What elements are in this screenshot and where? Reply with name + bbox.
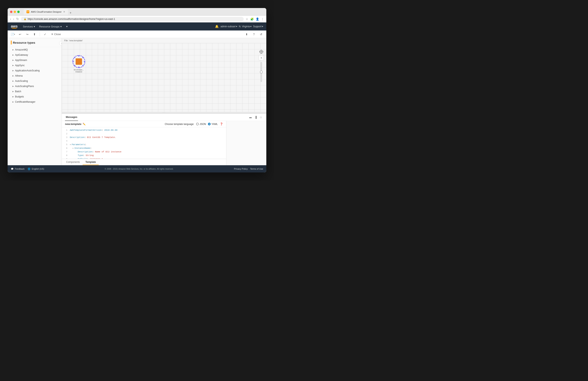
sidebar-item-autoscalingplans[interactable]: ▶ AutoScalingPlans xyxy=(8,84,62,89)
sidebar-item-autoscaling[interactable]: ▶ AutoScaling xyxy=(8,78,62,84)
toolbar-validate-button[interactable]: ✓ xyxy=(42,31,48,37)
sidebar-label-batch: Batch xyxy=(15,90,21,93)
toolbar-undo-button[interactable]: ↩ xyxy=(17,31,23,37)
address-box[interactable]: 🔒 https://console.aws.amazon.com/cloudfo… xyxy=(21,17,244,21)
line-num-9: 9 xyxy=(62,157,70,159)
zoom-slider-track[interactable] xyxy=(260,62,262,82)
nav-support[interactable]: Support ▾ xyxy=(253,25,263,28)
footer-right: Privacy Policy Terms of Use xyxy=(234,168,263,170)
layout-bottom-button[interactable]: ▬ xyxy=(248,115,253,120)
layout-full-button[interactable]: □ xyxy=(259,115,263,120)
code-editor[interactable]: 1 AWSTemplateFormatVersion: 2010-09-09 2… xyxy=(62,127,226,159)
sidebar-arrow-batch: ▶ xyxy=(12,90,14,92)
sidebar-label-athena: Athena xyxy=(15,74,23,77)
line-content-9: Default: instance-1 xyxy=(70,157,226,159)
tab-template[interactable]: Template xyxy=(83,159,99,165)
line-content-1: AWSTemplateFormatVersion: 2010-09-09 xyxy=(70,128,226,132)
line-num-8: 8 xyxy=(62,154,70,157)
messages-panel xyxy=(226,121,266,165)
line-num-2: 2 xyxy=(62,132,70,136)
editor-main: new.template ✏️ Choose template language… xyxy=(62,121,226,165)
crosshair-icon[interactable] xyxy=(259,49,264,54)
sidebar-item-batch[interactable]: ▶ Batch xyxy=(8,89,62,94)
sidebar-label-certificatemanager: CertificateManager xyxy=(15,101,35,103)
canvas[interactable]: EC2Instan... Instance + xyxy=(62,43,266,112)
sidebar-item-athena[interactable]: ▶ Athena xyxy=(8,73,62,78)
layout-right-button[interactable]: ▐ xyxy=(253,115,258,120)
zoom-in-button[interactable]: + xyxy=(259,55,264,60)
lang-help-icon[interactable]: ❓ xyxy=(220,123,223,126)
toolbar-file-button[interactable]: 📄 ▾ xyxy=(10,31,16,37)
terms-of-use-link[interactable]: Terms of Use xyxy=(250,168,263,170)
panel-layout-buttons: ▬ ▐ □ xyxy=(248,115,263,120)
nav-resource-groups[interactable]: Resource Groups ▾ xyxy=(37,22,64,30)
privacy-policy-link[interactable]: Privacy Policy xyxy=(234,168,248,170)
extensions-button[interactable]: 🧩 xyxy=(250,18,254,21)
language-selector: Choose template language: JSON YAML xyxy=(165,123,223,126)
toolbar-download-button[interactable]: ⬇ xyxy=(244,31,250,37)
new-tab-button[interactable]: + xyxy=(70,11,71,15)
toolbar-help-button[interactable]: ? xyxy=(251,31,257,37)
nav-favorites[interactable]: ✦ xyxy=(64,22,70,30)
redo-icon: ↪ xyxy=(26,33,28,36)
forward-button[interactable]: › xyxy=(13,17,14,21)
tab-favicon: CF xyxy=(26,10,29,13)
minimize-traffic-light[interactable] xyxy=(14,11,16,13)
maximize-traffic-light[interactable] xyxy=(17,11,20,13)
tab-components[interactable]: Components xyxy=(63,159,83,165)
footer-language-button[interactable]: 🌐 English (US) xyxy=(28,168,44,170)
refresh-icon: ↺ xyxy=(260,33,262,36)
browser-addressbar: ‹ › ↻ 🔒 https://console.aws.amazon.com/c… xyxy=(8,16,266,22)
canvas-resource-ec2[interactable]: EC2Instan... Instance xyxy=(72,55,86,73)
browser-tabs: CF AWS CloudFormation Designer ✕ + xyxy=(24,9,264,15)
refresh-button[interactable]: ↻ xyxy=(16,17,19,21)
nav-user[interactable]: admin-subsari ▾ xyxy=(220,25,237,28)
code-line-2: 2 xyxy=(62,132,226,136)
sidebar-item-amazonmq[interactable]: ▶ AmazonMQ xyxy=(8,47,62,52)
ec2-instance-icon xyxy=(76,58,82,65)
nav-region-label: N. Virginia xyxy=(239,25,250,28)
yaml-radio-option[interactable]: YAML xyxy=(208,123,218,126)
profile-button[interactable]: 👤 xyxy=(256,18,259,21)
zoom-slider-thumb[interactable] xyxy=(260,71,263,73)
bell-icon[interactable]: 🔔 xyxy=(215,25,219,28)
footer-feedback-button[interactable]: 💬 Feedback xyxy=(11,168,24,170)
json-radio-button[interactable] xyxy=(196,123,199,125)
template-name-text: new.template xyxy=(65,123,82,126)
nav-services[interactable]: Services ▾ xyxy=(21,22,37,30)
toolbar-upload-button[interactable]: ⬆ xyxy=(32,31,37,37)
sidebar-item-appsync[interactable]: ▶ AppSync xyxy=(8,63,62,68)
close-traffic-light[interactable] xyxy=(10,11,12,13)
yaml-radio-button[interactable] xyxy=(208,123,210,125)
json-radio-option[interactable]: JSON xyxy=(196,123,206,126)
template-name: new.template ✏️ xyxy=(65,123,86,126)
menu-button[interactable]: ⋮ xyxy=(261,18,264,21)
toolbar-refresh-button[interactable]: ↺ xyxy=(258,31,264,37)
sidebar-label-autoscaling: AutoScaling xyxy=(15,80,28,83)
toolbar-close-button[interactable]: ✕ Close xyxy=(49,32,62,37)
sidebar-item-apigateway[interactable]: ▶ ApiGateway xyxy=(8,52,62,58)
sidebar-label-apigateway: ApiGateway xyxy=(15,54,28,56)
nav-right: 🔔 admin-subsari ▾ N. Virginia ▾ Support … xyxy=(215,25,263,28)
resource-dot-bottom xyxy=(78,66,80,68)
bookmark-button[interactable]: ☆ xyxy=(246,18,248,21)
toolbar-close-label: Close xyxy=(54,33,61,36)
nav-region[interactable]: N. Virginia ▾ xyxy=(239,25,252,28)
browser-tab-cloudformation[interactable]: CF AWS CloudFormation Designer ✕ xyxy=(24,9,68,15)
messages-tab[interactable]: Messages xyxy=(65,114,78,121)
main-area: Resource types ‹ ▶ AmazonMQ ▶ ApiGateway… xyxy=(8,38,266,165)
footer-feedback-label: Feedback xyxy=(15,168,24,170)
sidebar-item-appstream[interactable]: ▶ AppStream xyxy=(8,58,62,63)
sidebar-item-certificatemanager[interactable]: ▶ CertificateManager xyxy=(8,99,62,105)
nav-support-label: Support xyxy=(253,25,261,28)
edit-pencil-icon[interactable]: ✏️ xyxy=(83,123,86,126)
sidebar-item-applicationautoscaling[interactable]: ▶ ApplicationAutoScaling xyxy=(8,68,62,73)
sidebar-label-appsync: AppSync xyxy=(15,64,25,67)
sidebar-arrow-autoscalingplans: ▶ xyxy=(12,85,14,87)
line-num-6: 6 xyxy=(62,147,70,150)
toolbar-redo-button[interactable]: ↪ xyxy=(24,31,30,37)
code-line-3: 3 Description: EC2 CentOS 7 Template. xyxy=(62,136,226,139)
tab-close-button[interactable]: ✕ xyxy=(63,10,65,13)
back-button[interactable]: ‹ xyxy=(10,17,11,21)
sidebar-item-budgets[interactable]: ▶ Budgets xyxy=(8,94,62,99)
